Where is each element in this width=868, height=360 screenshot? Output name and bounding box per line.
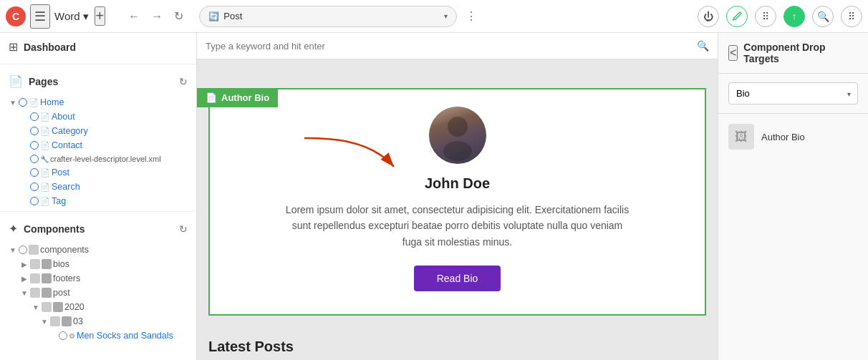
tree-arrow-home: ▼	[9, 99, 17, 107]
divider-1	[0, 64, 196, 64]
circle-icon-category	[30, 127, 39, 135]
forward-button[interactable]: →	[147, 6, 167, 26]
tree-item-post[interactable]: 📄 Post	[0, 165, 196, 180]
grid-button[interactable]: ⠿	[755, 6, 776, 27]
pencil-icon	[732, 11, 742, 21]
circle-icon-contact	[30, 141, 39, 150]
folder2-icon-bios	[42, 259, 52, 269]
tree-label-about[interactable]: About	[52, 112, 75, 122]
tree-label-home[interactable]: Home	[40, 97, 64, 107]
tree-label-crafter[interactable]: crafter-level-descriptor.level.xml	[50, 155, 161, 163]
tree-item-category[interactable]: 📄 Category	[0, 124, 196, 138]
hamburger-button[interactable]: ☰	[30, 4, 50, 29]
latest-posts-heading: Latest Posts	[197, 327, 718, 360]
circle-icon-about	[30, 112, 39, 121]
tree-item-bios[interactable]: ▶ bios	[0, 257, 196, 271]
apps-button[interactable]: ⠿	[841, 6, 862, 27]
left-panel: ⊞ Dashboard 📄 Pages ↻ ▼ 📄 Home 📄 About 📄…	[0, 33, 197, 360]
refresh-button[interactable]: ↻	[170, 6, 188, 26]
middle-content: 🔍 📄 Author Bio	[197, 33, 718, 360]
gear-icon-men-socks: ⚙	[69, 332, 75, 340]
page-icon-contact: 📄	[40, 141, 50, 150]
right-panel-back-button[interactable]: <	[728, 45, 738, 61]
folder-icon-components	[29, 245, 39, 255]
back-button[interactable]: ←	[124, 6, 144, 26]
image-icon: 🖼	[735, 130, 748, 145]
author-bio-component-label[interactable]: 📄 Author Bio	[197, 88, 278, 107]
tree-item-search[interactable]: 📄 Search	[0, 180, 196, 194]
folder-icon-03	[50, 316, 60, 326]
power-button[interactable]: ⏻	[698, 6, 719, 27]
tree-item-03[interactable]: ▼ 03	[0, 314, 196, 329]
tree-item-components-root[interactable]: ▼ components	[0, 243, 196, 257]
circle-icon-post	[30, 168, 39, 177]
tree-item-men-socks[interactable]: ⚙ Men Socks and Sandals	[0, 329, 196, 343]
app-name-label: Word	[54, 10, 80, 22]
components-section[interactable]: ✦ Components ↻	[0, 215, 196, 243]
dashboard-label: Dashboard	[24, 42, 188, 53]
tree-arrow-components: ▼	[9, 246, 17, 254]
tree-item-footers[interactable]: ▶ footers	[0, 271, 196, 286]
search-button[interactable]: 🔍	[812, 6, 834, 27]
circle-icon-men-socks	[59, 331, 67, 340]
tree-label-bios[interactable]: bios	[53, 259, 69, 269]
tree-item-comp-post[interactable]: ▼ post	[0, 286, 196, 300]
tree-item-crafter[interactable]: 🔧 crafter-level-descriptor.level.xml	[0, 152, 196, 165]
search-icon: 🔍	[697, 40, 709, 52]
tree-item-2020[interactable]: ▼ 2020	[0, 300, 196, 314]
folder2-icon-comp-post	[42, 288, 52, 298]
app-name-dropdown-arrow[interactable]: ▾	[83, 10, 89, 23]
author-bio-component-icon: 🖼	[728, 124, 754, 150]
bio-select[interactable]: Bio Header Footer Sidebar	[728, 82, 858, 104]
more-options-button[interactable]: ⋮	[461, 6, 481, 26]
divider-2	[0, 211, 196, 212]
svg-point-1	[448, 117, 468, 137]
author-avatar-img	[429, 107, 486, 164]
tree-item-about[interactable]: 📄 About	[0, 110, 196, 124]
tree-label-tag[interactable]: Tag	[52, 196, 66, 206]
author-name: John Doe	[425, 175, 490, 192]
right-panel-author-bio-label: Author Bio	[761, 132, 805, 142]
top-bar-right-actions: ⏻ ⠿ ↑ 🔍 ⠿	[698, 6, 862, 27]
pencil-button[interactable]	[726, 6, 748, 27]
tree-label-search[interactable]: Search	[52, 182, 80, 192]
pages-label: Pages	[29, 76, 173, 87]
right-panel: < Component Drop Targets Bio Header Foot…	[718, 33, 868, 360]
tree-label-contact[interactable]: Contact	[52, 140, 82, 150]
crafter-file-icon: 🔧	[40, 155, 49, 163]
tree-label-men-socks[interactable]: Men Socks and Sandals	[77, 331, 173, 341]
tree-item-home[interactable]: ▼ 📄 Home	[0, 95, 196, 110]
tree-label-2020[interactable]: 2020	[64, 302, 85, 312]
folder2-icon-03	[62, 316, 72, 326]
tree-label-category[interactable]: Category	[52, 126, 88, 136]
tree-item-contact[interactable]: 📄 Contact	[0, 138, 196, 152]
right-panel-author-bio-item[interactable]: 🖼 Author Bio	[718, 114, 868, 160]
circle-icon-home	[19, 98, 27, 107]
app-logo: C	[6, 6, 26, 26]
folder-icon-bios	[30, 259, 40, 269]
tree-label-03[interactable]: 03	[73, 316, 83, 326]
tree-label-components[interactable]: components	[40, 245, 89, 255]
new-tab-button[interactable]: +	[95, 6, 106, 26]
pages-refresh-button[interactable]: ↻	[179, 76, 188, 87]
pages-section[interactable]: 📄 Pages ↻	[0, 67, 196, 95]
cloud-upload-button[interactable]: ↑	[783, 6, 805, 27]
tree-label-footers[interactable]: footers	[53, 273, 80, 283]
circle-icon-search	[30, 183, 39, 191]
svg-point-2	[443, 141, 472, 161]
dashboard-section[interactable]: ⊞ Dashboard	[0, 33, 196, 61]
address-bar[interactable]: 🔄 Post ▾	[199, 6, 457, 27]
tree-label-comp-post[interactable]: post	[53, 288, 70, 298]
folder2-icon-2020	[53, 302, 63, 312]
right-panel-header: < Component Drop Targets	[718, 33, 868, 74]
keyword-search-input[interactable]	[206, 41, 691, 52]
content-area: 📄 Author Bio	[197, 88, 718, 360]
read-bio-button[interactable]: Read Bio	[414, 266, 501, 291]
tree-item-tag[interactable]: 📄 Tag	[0, 194, 196, 208]
tree-label-post[interactable]: Post	[52, 167, 69, 177]
tree-arrow-03: ▼	[40, 318, 49, 326]
top-bar: C ☰ Word ▾ + ← → ↻ 🔄 Post ▾ ⋮ ⏻ ⠿ ↑ 🔍 ⠿	[0, 0, 868, 33]
components-refresh-button[interactable]: ↻	[179, 223, 188, 235]
author-bio-label-icon: 📄	[206, 92, 217, 103]
folder-icon-footers	[30, 273, 40, 283]
